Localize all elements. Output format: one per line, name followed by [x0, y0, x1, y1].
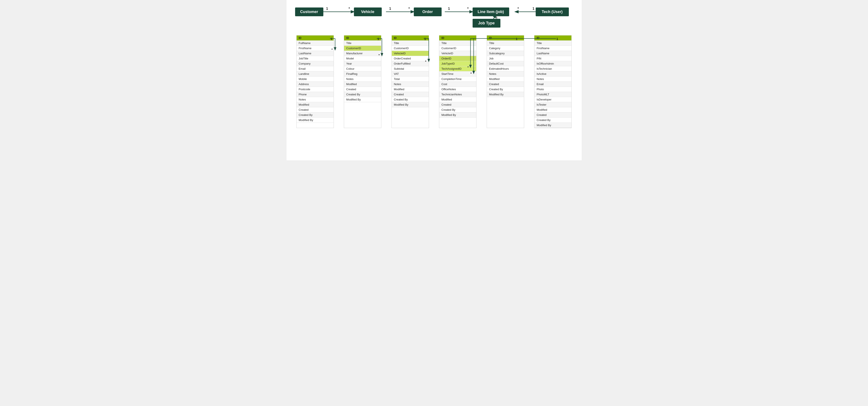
field-row: Modified — [344, 82, 381, 87]
field-row: Created By — [344, 92, 381, 97]
field-row: CustomerID — [439, 46, 476, 51]
field-row: OrderFulfilled — [392, 61, 429, 66]
field-row: Phone — [297, 92, 334, 97]
field-row: Address — [297, 82, 334, 87]
field-row: VehicleID — [439, 51, 476, 56]
lineitem-fields: IDTitleCustomerIDVehicleIDOrderIDJobType… — [439, 35, 476, 118]
field-row: ID — [439, 35, 476, 41]
table-customer: IDFullNameFirstNameLastNameJobTitleCompa… — [297, 35, 334, 128]
field-row: Postcode — [297, 87, 334, 92]
field-row: IsOfficeAdmin — [534, 61, 571, 66]
field-row: PIN — [534, 56, 571, 61]
field-row: Created — [487, 82, 524, 87]
entity-customer: Customer — [295, 7, 323, 16]
field-row: FirstName — [534, 46, 571, 51]
mult-o-li-left: 1 — [448, 7, 450, 10]
field-row: TechnicianNotes — [439, 92, 476, 97]
field-row: IsTechnician — [534, 66, 571, 71]
field-row: CustomerID — [344, 46, 381, 51]
field-row: Created By — [392, 97, 429, 102]
vehicle-fields: IDTitleCustomerIDManufacturerModelYearCo… — [344, 35, 381, 102]
field-row: Modified — [439, 97, 476, 102]
field-row: Modified — [534, 107, 571, 113]
customer-fields: IDFullNameFirstNameLastNameJobTitleCompa… — [297, 35, 334, 123]
table-jobtype: IDTitleCategorySubcategoryJobDefaultCost… — [487, 35, 524, 128]
table-order: IDTitleCustomerIDVehicleIDOrderCreatedOr… — [392, 35, 429, 128]
field-row: Subtotal — [392, 66, 429, 71]
field-row: VehicleID — [392, 51, 429, 56]
field-row: Title — [439, 41, 476, 46]
field-row: Notes — [534, 76, 571, 82]
field-row: DefaultCost — [487, 61, 524, 66]
entity-tech: Tech (User) — [536, 7, 569, 16]
field-row: IsDeveloper — [534, 97, 571, 102]
field-row: Photo — [534, 87, 571, 92]
field-row: Year — [344, 61, 381, 66]
tech-fields: IDTitleFirstNameLastNamePINIsOfficeAdmin… — [534, 35, 571, 128]
field-row: Modified By — [439, 113, 476, 118]
field-row: IsTester — [534, 102, 571, 107]
field-row: OrderCreated — [392, 56, 429, 61]
mult-cust-v-right: * — [348, 7, 350, 10]
field-row: TechAssignedID — [439, 66, 476, 71]
mult-li-t-left: 1 — [532, 7, 534, 10]
field-row: Cost — [439, 82, 476, 87]
field-row: LastName — [297, 51, 334, 56]
field-row: Notes — [344, 76, 381, 82]
field-row: Modified — [297, 102, 334, 107]
field-row: IsActive — [534, 71, 571, 76]
field-row: ID — [297, 35, 334, 41]
field-row: Title — [392, 41, 429, 46]
field-row: CompletionTime — [439, 76, 476, 82]
mult-li-t-right: * — [518, 7, 519, 10]
field-row: Created — [534, 113, 571, 118]
field-row: JobTypeID — [439, 61, 476, 66]
field-row: Colour — [344, 66, 381, 71]
field-row: FirstName — [297, 46, 334, 51]
entity-vehicle: Vehicle — [354, 7, 382, 16]
field-row: VAT — [392, 71, 429, 76]
field-row: Modified By — [534, 123, 571, 128]
mult-v-o-right: * — [408, 7, 410, 10]
field-row: CustomerID — [392, 46, 429, 51]
entity-order: Order — [414, 7, 442, 16]
field-row: Created By — [534, 118, 571, 123]
field-row: Created By — [297, 113, 334, 118]
field-row: Created — [297, 107, 334, 113]
field-row: Modified By — [392, 102, 429, 107]
field-row: EstimatedHours — [487, 66, 524, 71]
table-vehicle: IDTitleCustomerIDManufacturerModelYearCo… — [344, 35, 381, 128]
field-row: Created By — [487, 87, 524, 92]
field-row: Notes — [392, 82, 429, 87]
field-row: Created By — [439, 107, 476, 113]
field-row: ID — [344, 35, 381, 41]
field-row: Modified — [392, 87, 429, 92]
field-row: FinalReg — [344, 71, 381, 76]
field-row: Email — [297, 66, 334, 71]
field-row: Title — [534, 41, 571, 46]
table-tech: IDTitleFirstNameLastNamePINIsOfficeAdmin… — [534, 35, 571, 128]
field-row: Landline — [297, 71, 334, 76]
field-row: Modified — [487, 76, 524, 82]
field-row: Created — [392, 92, 429, 97]
field-row: Modified By — [487, 92, 524, 97]
field-row: ID — [534, 35, 571, 41]
mult-o-li-right: * — [467, 7, 469, 10]
field-row: Notes — [297, 97, 334, 102]
entity-lineitem: Line Item (job) — [473, 7, 509, 16]
field-row: ID — [487, 35, 524, 41]
entity-jobtype: Job Type — [473, 19, 500, 28]
field-row: PhotoMLT — [534, 92, 571, 97]
field-row: Job — [487, 56, 524, 61]
field-row: Manufacturer — [344, 51, 381, 56]
field-row: OfficeNotes — [439, 87, 476, 92]
field-row: StartTime — [439, 71, 476, 76]
field-row: FullName — [297, 41, 334, 46]
jobtype-fields: IDTitleCategorySubcategoryJobDefaultCost… — [487, 35, 524, 97]
order-fields: IDTitleCustomerIDVehicleIDOrderCreatedOr… — [392, 35, 429, 107]
tables-flex: IDFullNameFirstNameLastNameJobTitleCompa… — [291, 35, 578, 128]
field-row: Notes — [487, 71, 524, 76]
mult-cust-v-left: 1 — [326, 7, 328, 10]
field-row: OrderID — [439, 56, 476, 61]
field-row: Email — [534, 82, 571, 87]
